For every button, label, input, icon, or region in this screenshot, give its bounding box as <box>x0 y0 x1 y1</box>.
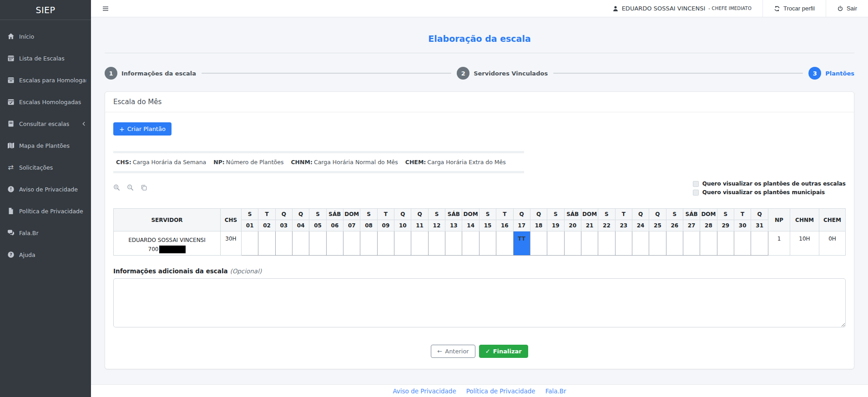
daynum-header-29: 29 <box>717 220 734 231</box>
checkbox-quero-visualizar-os-plantoes-municipais[interactable]: Quero visualizar os plantões municipais <box>693 189 825 196</box>
weekday-header-03: Q <box>275 209 292 220</box>
legend-text: Carga Horária Normal do Mês <box>314 159 398 166</box>
zoom-in-icon <box>113 184 120 191</box>
sidebar-item-inicio[interactable]: Início <box>0 25 91 47</box>
day-cell-14[interactable] <box>462 231 479 256</box>
sidebar-item-politica-de-privacidade[interactable]: Política de Privacidade <box>0 200 91 222</box>
table-toolbar: Quero visualizar os plantões de outras e… <box>113 181 846 196</box>
footer-link-fala-br[interactable]: Fala.Br <box>545 387 566 395</box>
weekday-header-08: S <box>360 209 377 220</box>
comments-icon <box>7 229 15 236</box>
sidebar-item-mapa-de-plantoes[interactable]: Mapa de Plantões <box>0 135 91 156</box>
sidebar-item-lista-de-escalas[interactable]: Lista de Escalas <box>0 47 91 69</box>
sidebar-item-ajuda[interactable]: ?Ajuda <box>0 244 91 266</box>
day-cell-01[interactable] <box>242 231 258 256</box>
daynum-header-01: 01 <box>242 220 258 231</box>
step-label: Servidores Vinculados <box>474 70 548 77</box>
page-title: Elaboração da escala <box>105 34 854 44</box>
switch-profile-button[interactable]: Trocar perfil <box>763 0 826 17</box>
checkbox-box[interactable] <box>693 190 699 196</box>
weekday-header-02: T <box>258 209 275 220</box>
shift-cell-17[interactable]: TT <box>513 231 530 256</box>
sidebar-item-label: Escalas para Homologar <box>19 77 86 84</box>
weekday-header-14: DOM <box>462 209 479 220</box>
step-label: Plantões <box>825 70 854 77</box>
day-cell-29[interactable] <box>717 231 734 256</box>
brand-logo[interactable]: SIEP <box>0 0 91 20</box>
day-cell-31[interactable] <box>751 231 768 256</box>
zoom-out-icon[interactable] <box>127 184 134 191</box>
sidebar-item-consultar-escalas[interactable]: Consultar escalas <box>0 113 91 135</box>
topbar: EDUARDO SOSSAI VINCENSI - CHEFE IMEDIATO… <box>91 0 868 17</box>
daynum-header-23: 23 <box>615 220 632 231</box>
notes-optional-text: (Opcional) <box>230 267 262 275</box>
title-divider <box>105 53 854 53</box>
copy-icon[interactable] <box>141 184 147 191</box>
logout-button[interactable]: Sair <box>826 0 868 17</box>
day-cell-15[interactable] <box>479 231 496 256</box>
day-cell-05[interactable] <box>309 231 326 256</box>
stepper-step-plantoes[interactable]: 3Plantões <box>808 67 854 80</box>
sidebar-item-solicitacoes[interactable]: ⇄Solicitações <box>0 156 91 178</box>
day-cell-13[interactable] <box>445 231 462 256</box>
menu-toggle-button[interactable] <box>99 3 112 14</box>
day-cell-11[interactable] <box>411 231 428 256</box>
daynum-header-04: 04 <box>293 220 309 231</box>
footer-link-politica-de-privacidade[interactable]: Política de Privacidade <box>466 387 535 395</box>
day-cell-12[interactable] <box>428 231 445 256</box>
day-cell-28[interactable] <box>700 231 717 256</box>
day-cell-02[interactable] <box>258 231 275 256</box>
legend-text: Carga Horária da Semana <box>133 159 207 166</box>
previous-button[interactable]: ← Anterior <box>431 345 475 358</box>
day-cell-08[interactable] <box>360 231 377 256</box>
legend-abbr: NP: <box>213 159 225 166</box>
day-cell-21[interactable] <box>581 231 598 256</box>
day-cell-20[interactable] <box>564 231 581 256</box>
weekday-header-31: Q <box>751 209 768 220</box>
day-cell-06[interactable] <box>326 231 343 256</box>
daynum-header-31: 31 <box>751 220 768 231</box>
day-cell-23[interactable] <box>615 231 632 256</box>
user-menu[interactable]: EDUARDO SOSSAI VINCENSI - CHEFE IMEDIATO <box>601 0 762 17</box>
zoom-in-icon[interactable] <box>113 184 120 191</box>
sidebar-item-escalas-para-homologar[interactable]: Escalas para Homologar <box>0 69 91 91</box>
create-shift-button[interactable]: + Criar Plantão <box>113 122 172 136</box>
day-cell-16[interactable] <box>496 231 513 256</box>
book-icon <box>7 120 15 127</box>
day-cell-09[interactable] <box>377 231 394 256</box>
day-cell-30[interactable] <box>734 231 751 256</box>
notes-textarea[interactable] <box>113 278 846 327</box>
day-cell-25[interactable] <box>649 231 666 256</box>
stepper-step-servidores-vinculados[interactable]: 2Servidores Vinculados <box>457 67 548 80</box>
day-cell-07[interactable] <box>343 231 360 256</box>
day-cell-18[interactable] <box>530 231 547 256</box>
home-icon <box>7 33 15 40</box>
copy-icon <box>141 184 147 191</box>
day-cell-19[interactable] <box>547 231 564 256</box>
checkbox-quero-visualizar-os-plantoes-de-outras-escalas[interactable]: Quero visualizar os plantões de outras e… <box>693 181 846 187</box>
sidebar-item-fala-br[interactable]: Fala.Br <box>0 222 91 244</box>
weekday-header-18: Q <box>530 209 547 220</box>
footer-link-aviso-de-privacidade[interactable]: Aviso de Privacidade <box>393 387 456 395</box>
weekday-header-20: SÁB <box>564 209 581 220</box>
finish-button[interactable]: ✓ Finalizar <box>479 345 528 358</box>
step-connector <box>202 73 451 74</box>
daynum-header-07: 07 <box>343 220 360 231</box>
weekday-header-24: Q <box>632 209 649 220</box>
day-cell-27[interactable] <box>683 231 700 256</box>
card-title: Escala do Mês <box>105 92 854 112</box>
sidebar-item-aviso-de-privacidade[interactable]: Aviso de Privacidade <box>0 178 91 200</box>
day-cell-03[interactable] <box>275 231 292 256</box>
daynum-header-08: 08 <box>360 220 377 231</box>
stepper-step-informacoes-da-escala[interactable]: 1Informações da escala <box>105 67 196 80</box>
sidebar-item-label: Lista de Escalas <box>19 55 86 62</box>
day-cell-26[interactable] <box>666 231 683 256</box>
sidebar-item-escalas-homologadas[interactable]: Escalas Homologadas <box>0 91 91 113</box>
form-actions: ← Anterior ✓ Finalizar <box>113 345 846 358</box>
day-cell-22[interactable] <box>598 231 615 256</box>
daynum-header-10: 10 <box>394 220 411 231</box>
day-cell-10[interactable] <box>394 231 411 256</box>
day-cell-04[interactable] <box>293 231 309 256</box>
checkbox-box[interactable] <box>693 181 699 187</box>
day-cell-24[interactable] <box>632 231 649 256</box>
